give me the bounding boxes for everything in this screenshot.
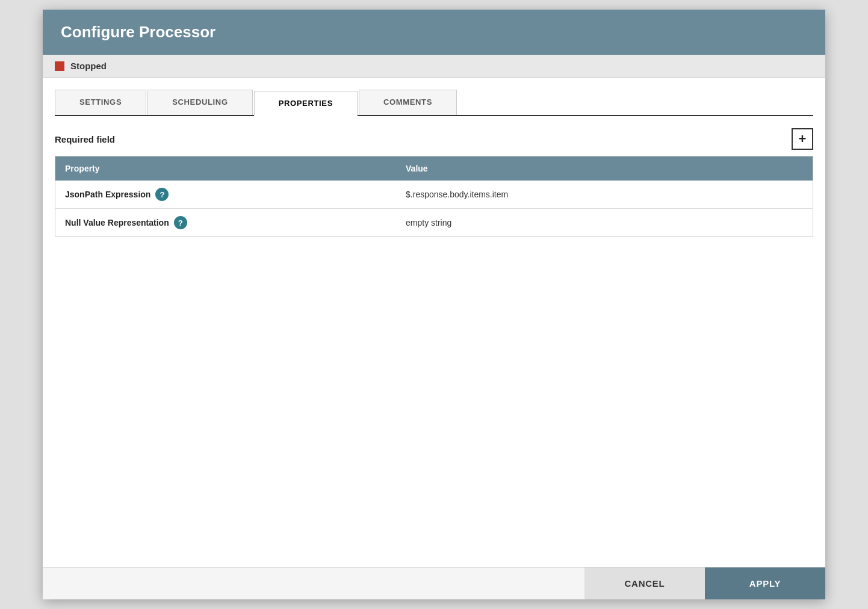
tab-comments[interactable]: COMMENTS [359, 90, 457, 115]
property-value-cell[interactable]: $.response.body.items.item [396, 181, 813, 209]
properties-table: Property Value JsonPath Expression ? $.r… [55, 156, 813, 237]
status-bar: Stopped [43, 55, 825, 78]
property-name-text: Null Value Representation [65, 218, 169, 227]
tab-scheduling[interactable]: SCHEDULING [147, 90, 252, 115]
add-property-button[interactable]: + [792, 128, 813, 150]
property-name-cell: JsonPath Expression ? [55, 181, 397, 209]
cancel-button[interactable]: CANCEL [584, 567, 705, 599]
property-name-cell: Null Value Representation ? [55, 209, 397, 237]
property-name-text: JsonPath Expression [65, 190, 150, 199]
nullvalue-help-icon[interactable]: ? [174, 216, 187, 229]
table-row: Null Value Representation ? empty string [55, 209, 813, 237]
jsonpath-help-icon[interactable]: ? [155, 188, 169, 201]
table-body: JsonPath Expression ? $.response.body.it… [55, 181, 813, 237]
status-text: Stopped [70, 61, 107, 71]
required-field-label: Required field [55, 134, 115, 144]
table-header: Property Value [55, 156, 813, 181]
tab-properties[interactable]: PROPERTIES [254, 91, 358, 116]
property-column-header: Property [55, 156, 397, 181]
configure-processor-dialog: Configure Processor Stopped SETTINGS SCH… [43, 10, 825, 599]
required-field-row: Required field + [55, 128, 813, 150]
apply-button[interactable]: APPLY [705, 567, 825, 599]
content-area: Required field + Property Value JsonPath… [43, 116, 825, 567]
value-column-header: Value [396, 156, 813, 181]
property-value-cell[interactable]: empty string [396, 209, 813, 237]
tab-settings[interactable]: SETTINGS [55, 90, 146, 115]
dialog-header: Configure Processor [43, 10, 825, 55]
dialog-title: Configure Processor [61, 23, 215, 41]
dialog-footer: CANCEL APPLY [43, 567, 825, 599]
tabs-container: SETTINGS SCHEDULING PROPERTIES COMMENTS [55, 90, 813, 116]
stopped-indicator [55, 61, 64, 71]
table-row: JsonPath Expression ? $.response.body.it… [55, 181, 813, 209]
